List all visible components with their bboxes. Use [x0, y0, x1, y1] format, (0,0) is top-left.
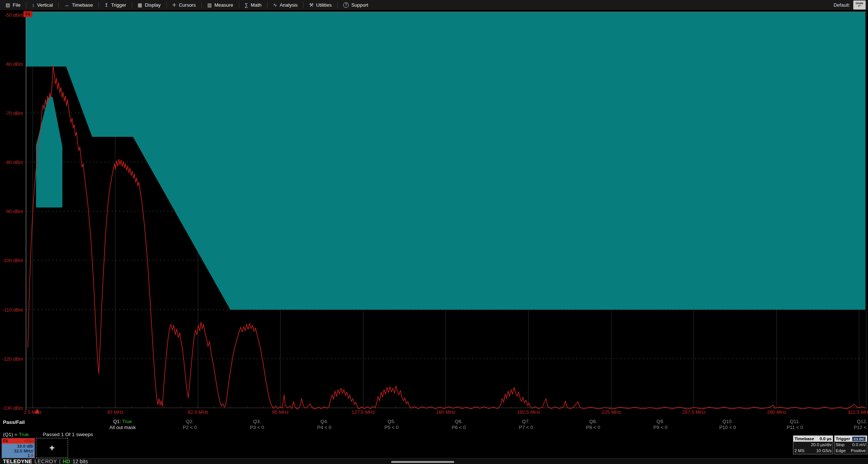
timebase-rate: 10 GS/s: [816, 448, 832, 453]
add-trace-button[interactable]: +: [36, 438, 68, 458]
menu-item-trigger[interactable]: ↥Trigger: [99, 0, 132, 10]
descriptor-header: F6 <F5>: [2, 438, 35, 444]
oscilloscope-screen: F6 -50 dBm-60 dBm-70 dBm-80 dBm-90 dBm-1…: [0, 0, 868, 464]
timebase-samples: 2 MS: [794, 448, 804, 453]
x-axis-label: 95 MHz: [272, 409, 289, 415]
qtest-result-10: Q10.P10 < 0: [700, 419, 755, 431]
menu-item-label: Vertical: [37, 2, 53, 8]
menu-item-support[interactable]: ?Support: [338, 0, 374, 10]
y-axis-label: -90 dBm: [1, 209, 23, 214]
menu-item-vertical[interactable]: ↕Vertical: [26, 0, 58, 10]
descriptor-mark-icon: #: [31, 453, 33, 458]
qtest-result-1: Q1: TrueAll out mask: [95, 419, 150, 431]
measure-icon: ▥: [207, 3, 212, 7]
qtest-name: Q7.: [522, 419, 530, 424]
qtest-result-5: Q5.P5 < 0: [364, 419, 419, 431]
y-axis-label: -120 dBm: [1, 356, 23, 362]
support-icon: ?: [343, 2, 349, 8]
undo-button[interactable]: Undo ↶: [853, 0, 866, 10]
x-axis-label: 225 MHz: [602, 409, 621, 415]
trigger-icon: ↥: [104, 3, 108, 7]
qtest-name: Q10.: [722, 419, 733, 424]
menu-item-math[interactable]: ∑Math: [239, 0, 267, 10]
qtest-detail: All out mask: [95, 425, 150, 431]
x-axis-label: 290 MHz: [767, 409, 786, 415]
qtest-name: Q9.: [657, 419, 664, 424]
timebase-scale-row: 20.0 µs/div: [793, 442, 833, 448]
menu-item-analysis[interactable]: ∿Analysis: [267, 0, 303, 10]
descriptor-channel: F6: [3, 439, 8, 443]
cursors-icon: ✛: [172, 3, 176, 7]
summary-label: (Q1) =: [3, 432, 19, 437]
analysis-icon: ∿: [273, 3, 277, 7]
qtest-result-3: Q3.P3 < 0: [229, 419, 285, 431]
menu-item-label: Analysis: [280, 2, 298, 8]
qtest-name: Q2.: [186, 419, 194, 424]
descriptor-span: 32.5 MHz/: [2, 449, 33, 454]
qtest-name: Q4.: [321, 419, 328, 424]
y-axis-label: -100 dBm: [1, 258, 23, 263]
qtest-name: Q5.: [388, 419, 396, 424]
brand-separator: |: [59, 458, 61, 464]
timebase-icon: ↔: [64, 3, 69, 7]
qtest-detail: P3 < 0: [229, 425, 285, 431]
brand-teledyne: TELEDYNE: [3, 458, 32, 464]
qtest-result-11: Q11.P11 < 0: [767, 419, 823, 431]
default-setup-label: Default:: [833, 2, 850, 8]
trigger-mode: Stop: [836, 442, 845, 447]
utilities-icon: ⚒: [309, 3, 313, 7]
qtest-result-6: Q6.P6 < 0: [431, 419, 487, 431]
x-axis-label: 30 MHz: [107, 409, 124, 415]
trigger-summary-box[interactable]: Trigger C1 DC Stop 0.0 mV Edge Positive: [834, 435, 867, 454]
taskbar-scroll-handle[interactable]: [391, 461, 454, 463]
timebase-per-div: 20.0 µs/div: [811, 442, 832, 447]
hd-mode-badge: HD: [63, 458, 70, 464]
trace-descriptor-f6[interactable]: F6 <F5> 10.0 dB/ 32.5 MHz/ 1 #: [1, 438, 35, 458]
qtest-name: Q3.: [253, 419, 261, 424]
undo-arrow-icon: ↶: [858, 4, 861, 8]
qtest-name: Q1:: [113, 419, 122, 424]
vertical-icon: ↕: [32, 3, 35, 7]
menu-item-file[interactable]: ▤File: [0, 0, 26, 10]
menu-item-label: Measure: [214, 2, 233, 8]
descriptor-scale: 10.0 dB/: [2, 444, 33, 449]
qtest-detail: P12 < 0: [834, 425, 868, 431]
trigger-mode-row: Stop 0.0 mV: [835, 442, 867, 448]
qtest-detail: P4 < 0: [296, 425, 352, 431]
menu-item-utilities[interactable]: ⚒Utilities: [303, 0, 337, 10]
menu-item-label: Display: [145, 2, 161, 8]
menu-item-label: File: [13, 2, 20, 8]
qtest-detail: P11 < 0: [767, 425, 823, 431]
math-icon: ∑: [245, 3, 248, 7]
spectrum-plot[interactable]: [0, 0, 868, 464]
trigger-source-badge: C1 DC: [852, 436, 866, 441]
summary-stats: Passed 1 Of 1 sweeps: [43, 432, 93, 437]
y-axis-label: -130 dBm: [1, 405, 23, 411]
menu-item-cursors[interactable]: ✛Cursors: [167, 0, 201, 10]
qtest-name: Q11.: [790, 419, 800, 424]
descriptor-body: 10.0 dB/ 32.5 MHz/ 1 #: [2, 444, 35, 458]
plus-icon: +: [49, 443, 55, 453]
trigger-slope: Positive: [851, 448, 866, 453]
qtest-result-7: Q7.P7 < 0: [498, 419, 554, 431]
display-icon: ▦: [138, 3, 142, 7]
bit-depth-label: 12 bits: [72, 458, 88, 464]
menu-item-timebase[interactable]: ↔Timebase: [59, 0, 98, 10]
timebase-sampling-row: 2 MS 10 GS/s: [793, 448, 833, 454]
trigger-header: Trigger C1 DC: [835, 436, 867, 442]
qtest-result-2: Q2.P2 < 0: [162, 419, 218, 431]
x-axis-label: 322.5 MHz: [848, 409, 868, 415]
x-axis-label: 2.5 MHz: [24, 409, 42, 415]
trace-f6-badge[interactable]: F6: [23, 11, 32, 17]
qtest-result-8: Q8.P8 < 0: [565, 419, 621, 431]
x-axis-label: 192.5 MHz: [517, 409, 540, 415]
menu-item-measure[interactable]: ▥Measure: [202, 0, 239, 10]
menu-item-label: Math: [251, 2, 261, 8]
descriptor-source: <F5>: [24, 439, 33, 443]
menu-item-display[interactable]: ▦Display: [132, 0, 166, 10]
y-axis-label: -110 dBm: [1, 307, 23, 313]
x-axis-label: 127.5 MHz: [352, 409, 375, 415]
qtest-result-9: Q9.P9 < 0: [633, 419, 688, 431]
timebase-offset: 0.0 µs: [820, 436, 832, 441]
timebase-summary-box[interactable]: Timebase 0.0 µs 20.0 µs/div 2 MS 10 GS/s: [793, 435, 833, 454]
